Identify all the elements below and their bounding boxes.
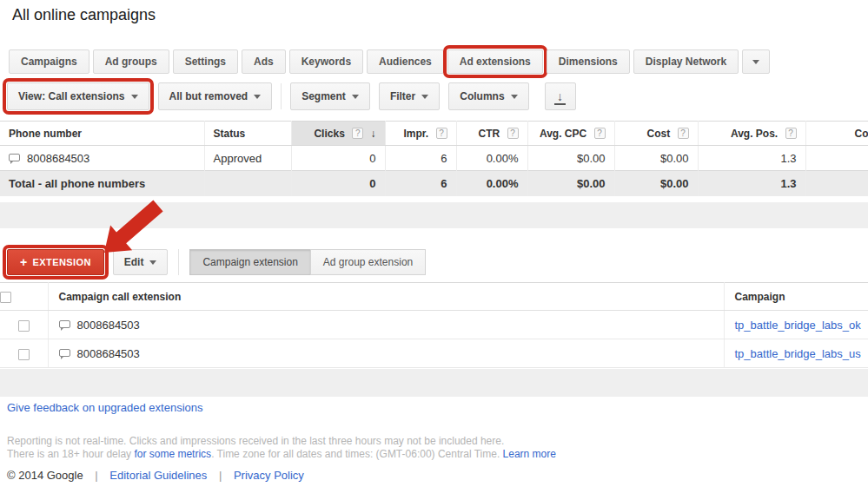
copyright-text: © 2014 Google	[7, 469, 83, 482]
campaign-link[interactable]: tp_battle_bridge_labs_us	[735, 347, 861, 360]
col-avg-cpc-label: Avg. CPC	[540, 128, 586, 140]
col-avg-pos-label: Avg. Pos.	[731, 128, 778, 140]
checkbox-cell	[0, 311, 48, 339]
editorial-guidelines-link[interactable]: Editorial Guidelines	[109, 469, 207, 482]
all-but-removed-button[interactable]: All but removed	[158, 82, 273, 110]
col-clicks[interactable]: Clicks ? ↓	[291, 122, 385, 146]
help-icon[interactable]: ?	[436, 128, 447, 139]
tab-ads[interactable]: Ads	[242, 49, 286, 74]
tab-bar: Campaigns Ad groups Settings Ads Keyword…	[9, 49, 770, 74]
view-call-extensions-button[interactable]: View: Call extensions	[7, 82, 149, 110]
row-checkbox[interactable]	[18, 320, 30, 332]
tab-ad-groups[interactable]: Ad groups	[93, 49, 169, 74]
extension-phone: 8008684503	[77, 319, 140, 332]
clipped-cell	[805, 146, 868, 171]
campaign-cell: tp_battle_bridge_labs_us	[724, 339, 868, 368]
plus-icon: +	[20, 250, 28, 274]
adwords-page: All online campaigns Campaigns Ad groups…	[0, 0, 868, 500]
col-avg-cpc[interactable]: Avg. CPC ?	[527, 122, 614, 146]
privacy-policy-link[interactable]: Privacy Policy	[234, 469, 304, 482]
row-checkbox[interactable]	[18, 349, 30, 360]
tab-campaigns[interactable]: Campaigns	[9, 49, 89, 74]
col-phone-number[interactable]: Phone number	[0, 122, 204, 146]
chevron-down-icon	[254, 95, 261, 99]
tab-ad-extensions[interactable]: Ad extensions	[447, 49, 543, 74]
table-footer-band	[0, 202, 868, 228]
tab-keywords[interactable]: Keywords	[289, 49, 363, 74]
tab-audiences[interactable]: Audiences	[367, 49, 444, 74]
help-icon[interactable]: ?	[352, 128, 363, 139]
learn-more-link[interactable]: Learn more	[503, 448, 556, 460]
col-campaign-call-extension: Campaign call extension	[48, 283, 724, 311]
tab-dimensions[interactable]: Dimensions	[547, 49, 630, 74]
extension-cell: 8008684503	[48, 311, 724, 339]
feedback-link[interactable]: Give feedback on upgraded extensions	[7, 401, 203, 414]
filter-button[interactable]: Filter	[379, 82, 440, 110]
col-impr[interactable]: Impr. ?	[385, 122, 456, 146]
extension-actions: + EXTENSION Edit Campaign extension Ad g…	[7, 249, 426, 275]
col-ctr[interactable]: CTR ?	[456, 122, 527, 146]
total-impr: 6	[385, 171, 456, 196]
feedback-section: Give feedback on upgraded extensions	[7, 401, 203, 414]
help-icon[interactable]: ?	[594, 128, 606, 139]
add-extension-button[interactable]: + EXTENSION	[7, 249, 104, 275]
tab-settings[interactable]: Settings	[173, 49, 238, 74]
columns-button[interactable]: Columns	[448, 82, 528, 110]
footer-divider: |	[95, 469, 97, 482]
campaign-cell: tp_battle_bridge_labs_ok	[724, 311, 868, 339]
select-all-cell	[0, 283, 48, 311]
total-label: Total - all phone numbers	[0, 171, 204, 196]
total-avg-pos: 1.3	[698, 171, 805, 196]
speech-bubble-icon	[9, 154, 20, 161]
total-clicks: 0	[291, 171, 385, 196]
segment-label: Segment	[301, 83, 346, 109]
table-row: 8008684503 Approved 0 6 0.00% $0.00 $0.0…	[0, 146, 868, 171]
tabs-overflow-button[interactable]	[742, 49, 770, 74]
total-cost: $0.00	[614, 171, 698, 196]
checkbox-cell	[0, 339, 48, 368]
table-header-row: Phone number Status Clicks ? ↓ Impr. ? C…	[0, 122, 868, 146]
extension-phone: 8008684503	[77, 347, 140, 360]
status-cell: Approved	[204, 146, 291, 171]
toolbar-divider	[281, 83, 282, 109]
footnote-line2-pre: There is an 18+ hour delay	[7, 448, 134, 460]
speech-bubble-icon	[59, 349, 70, 357]
table-footer-band	[0, 369, 868, 397]
ad-group-extension-toggle[interactable]: Ad group extension	[310, 249, 426, 275]
chevron-down-icon	[131, 95, 138, 99]
edit-button[interactable]: Edit	[113, 249, 169, 275]
table-row: 8008684503 tp_battle_bridge_labs_us	[0, 339, 868, 368]
chevron-down-icon	[352, 95, 359, 99]
col-avg-pos[interactable]: Avg. Pos. ?	[698, 122, 805, 146]
segment-button[interactable]: Segment	[290, 82, 370, 110]
download-icon-bar	[554, 103, 566, 105]
help-icon[interactable]: ?	[785, 128, 797, 139]
some-metrics-link[interactable]: for some metrics	[134, 448, 211, 460]
filter-label: Filter	[390, 83, 415, 109]
add-extension-label: EXTENSION	[33, 250, 91, 274]
footer-divider: |	[219, 469, 222, 482]
help-icon[interactable]: ?	[678, 128, 689, 139]
chevron-down-icon	[421, 95, 428, 99]
legal-footer: © 2014 Google | Editorial Guidelines | P…	[7, 469, 304, 482]
col-clipped[interactable]: Co	[805, 122, 868, 146]
footnote-line1: Reporting is not real-time. Clicks and i…	[7, 435, 504, 447]
toolbar: View: Call extensions All but removed Se…	[7, 82, 576, 110]
col-status[interactable]: Status	[204, 122, 291, 146]
campaign-extensions-table: Campaign call extension Campaign 8008684…	[0, 282, 868, 368]
download-button[interactable]: ↓	[545, 82, 576, 110]
col-clicks-label: Clicks	[314, 128, 344, 140]
view-button-label: View: Call extensions	[18, 83, 125, 109]
help-icon[interactable]: ?	[507, 128, 519, 139]
campaign-link[interactable]: tp_battle_bridge_labs_ok	[735, 319, 861, 332]
total-clipped-cell	[805, 171, 868, 196]
tab-display-network[interactable]: Display Network	[633, 49, 739, 74]
download-icon: ↓	[557, 90, 563, 102]
actions-divider	[178, 249, 179, 275]
col-cost[interactable]: Cost ?	[614, 122, 698, 146]
campaign-extension-toggle[interactable]: Campaign extension	[189, 249, 310, 275]
chevron-down-icon	[752, 60, 759, 64]
select-all-checkbox[interactable]	[0, 292, 11, 303]
col-ctr-label: CTR	[478, 128, 500, 140]
sort-desc-icon: ↓	[371, 128, 376, 140]
